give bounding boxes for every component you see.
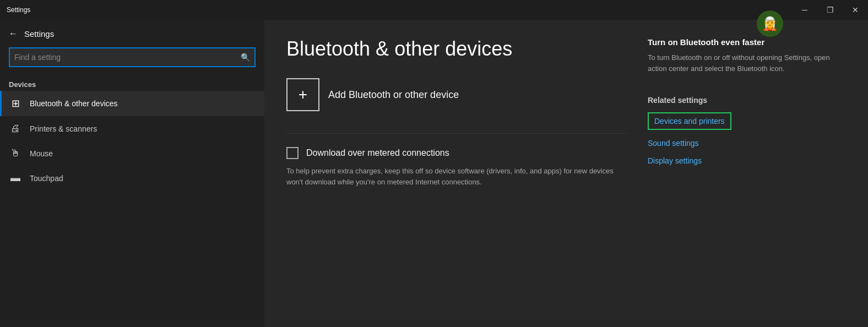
main-layout: ← Settings 🔍 Devices ⊞ Bluetooth & other… xyxy=(0,20,868,327)
download-checkbox[interactable] xyxy=(286,147,299,159)
plus-icon: + xyxy=(299,86,307,103)
devices-printers-link[interactable]: Devices and printers xyxy=(648,112,731,130)
printer-icon: 🖨 xyxy=(9,123,22,134)
download-section: Download over metered connections To hel… xyxy=(286,147,626,187)
sidebar-item-mouse-label: Mouse xyxy=(30,149,53,158)
sidebar-item-bluetooth-label: Bluetooth & other devices xyxy=(30,99,118,108)
page-title: Bluetooth & other devices xyxy=(286,37,626,61)
sidebar-item-printers-label: Printers & scanners xyxy=(30,124,97,133)
download-checkbox-row[interactable]: Download over metered connections xyxy=(286,147,626,159)
sidebar-item-touchpad-label: Touchpad xyxy=(30,174,63,183)
add-device-box-icon: + xyxy=(286,78,319,111)
back-button[interactable]: ← Settings xyxy=(0,24,264,43)
download-label: Download over metered connections xyxy=(306,148,449,158)
tip-section: Turn on Bluetooth even faster To turn Bl… xyxy=(648,37,846,74)
sidebar: ← Settings 🔍 Devices ⊞ Bluetooth & other… xyxy=(0,20,264,327)
titlebar: Settings 🧝 ─ ❐ ✕ xyxy=(0,0,868,20)
titlebar-title: Settings xyxy=(7,6,30,14)
sidebar-title: Settings xyxy=(24,29,54,39)
sound-settings-link[interactable]: Sound settings xyxy=(648,139,846,148)
sidebar-section-label: Devices xyxy=(0,76,264,91)
sidebar-item-mouse[interactable]: 🖱 Mouse xyxy=(0,141,264,166)
titlebar-controls: ─ ❐ ✕ xyxy=(792,0,868,20)
close-button[interactable]: ✕ xyxy=(843,0,868,20)
sidebar-item-printers[interactable]: 🖨 Printers & scanners xyxy=(0,116,264,141)
mouse-icon: 🖱 xyxy=(9,148,22,159)
search-icon: 🔍 xyxy=(241,53,250,62)
back-arrow-icon: ← xyxy=(9,29,18,39)
minimize-button[interactable]: ─ xyxy=(792,0,817,20)
bluetooth-icon: ⊞ xyxy=(9,97,22,110)
touchpad-icon: ▬ xyxy=(9,172,22,184)
download-description: To help prevent extra charges, keep this… xyxy=(286,166,626,187)
maximize-button[interactable]: ❐ xyxy=(817,0,843,20)
content-right: Turn on Bluetooth even faster To turn Bl… xyxy=(648,37,846,309)
divider xyxy=(286,133,626,134)
sidebar-item-touchpad[interactable]: ▬ Touchpad xyxy=(0,166,264,190)
content-main: Bluetooth & other devices + Add Bluetoot… xyxy=(286,37,626,309)
add-device-button[interactable]: + Add Bluetooth or other device xyxy=(286,78,626,111)
sidebar-item-bluetooth[interactable]: ⊞ Bluetooth & other devices xyxy=(0,91,264,116)
related-settings-title: Related settings xyxy=(648,96,846,105)
add-device-label: Add Bluetooth or other device xyxy=(328,89,459,101)
content-area: Bluetooth & other devices + Add Bluetoot… xyxy=(264,20,868,327)
display-settings-link[interactable]: Display settings xyxy=(648,156,846,165)
avatar: 🧝 xyxy=(757,10,783,37)
search-input[interactable] xyxy=(14,53,241,62)
related-settings-section: Related settings Devices and printers So… xyxy=(648,96,846,165)
tip-title: Turn on Bluetooth even faster xyxy=(648,37,846,47)
search-box[interactable]: 🔍 xyxy=(9,47,256,67)
tip-text: To turn Bluetooth on or off without open… xyxy=(648,52,846,74)
